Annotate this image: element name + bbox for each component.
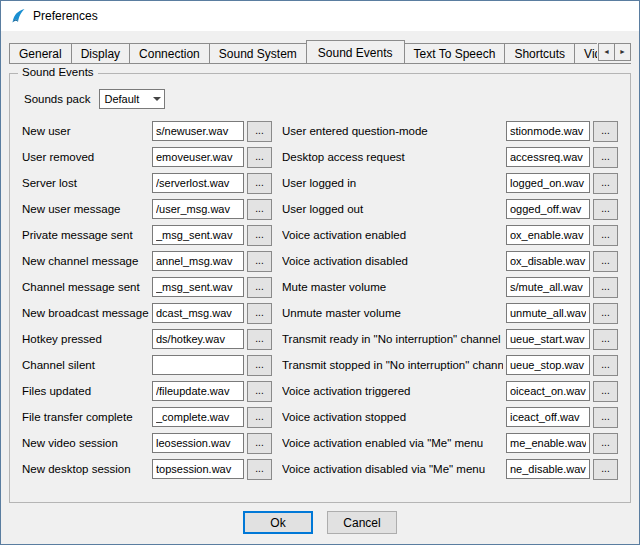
browse-button[interactable]: ... <box>593 277 618 298</box>
browse-button[interactable]: ... <box>247 303 272 324</box>
event-row: Unmute master volume... <box>282 300 618 326</box>
browse-button[interactable]: ... <box>593 225 618 246</box>
sound-file-input[interactable] <box>152 147 244 167</box>
event-label: User logged in <box>282 177 503 189</box>
event-row: File transfer complete... <box>22 404 272 430</box>
sound-file-input[interactable] <box>506 407 590 427</box>
browse-button[interactable]: ... <box>593 381 618 402</box>
sound-file-input[interactable] <box>506 251 590 271</box>
browse-button[interactable]: ... <box>593 147 618 168</box>
sound-file-input[interactable] <box>152 251 244 271</box>
event-row: User logged in... <box>282 170 618 196</box>
sound-file-input[interactable] <box>152 407 244 427</box>
event-row: New broadcast message... <box>22 300 272 326</box>
event-label: Channel message sent <box>22 281 149 293</box>
sound-file-input[interactable] <box>506 121 590 141</box>
sound-file-input[interactable] <box>152 303 244 323</box>
event-label: Transmit ready in "No interruption" chan… <box>282 333 503 345</box>
browse-button[interactable]: ... <box>247 433 272 454</box>
app-icon <box>10 8 26 24</box>
sound-file-input[interactable] <box>506 381 590 401</box>
sound-file-input[interactable] <box>152 433 244 453</box>
sound-file-input[interactable] <box>152 459 244 479</box>
browse-button[interactable]: ... <box>247 277 272 298</box>
tab-connection[interactable]: Connection <box>129 43 210 63</box>
browse-button[interactable]: ... <box>247 121 272 142</box>
browse-button[interactable]: ... <box>247 355 272 376</box>
sound-file-input[interactable] <box>152 199 244 219</box>
event-row: Desktop access request... <box>282 144 618 170</box>
browse-button[interactable]: ... <box>593 303 618 324</box>
browse-button[interactable]: ... <box>593 173 618 194</box>
browse-button[interactable]: ... <box>247 381 272 402</box>
event-row: Mute master volume... <box>282 274 618 300</box>
ok-button[interactable]: Ok <box>243 511 313 534</box>
title-bar[interactable]: Preferences <box>1 1 639 31</box>
sound-file-input[interactable] <box>506 355 590 375</box>
sounds-pack-dropdown[interactable]: Default <box>99 89 165 109</box>
sound-file-input[interactable] <box>506 199 590 219</box>
sound-file-input[interactable] <box>152 225 244 245</box>
tab-display[interactable]: Display <box>71 43 130 63</box>
event-row: Channel silent... <box>22 352 272 378</box>
browse-button[interactable]: ... <box>593 121 618 142</box>
browse-button[interactable]: ... <box>593 459 618 480</box>
dialog-content: General Display Connection Sound System … <box>1 31 639 544</box>
tab-scroll-left-icon[interactable]: ◄ <box>598 43 615 61</box>
sound-events-group: Sound Events Sounds pack Default New use… <box>9 73 631 503</box>
tab-sound-events[interactable]: Sound Events <box>306 40 405 64</box>
event-label: Voice activation disabled <box>282 255 503 267</box>
browse-button[interactable]: ... <box>593 407 618 428</box>
sound-file-input[interactable] <box>506 329 590 349</box>
event-row: Voice activation disabled via "Me" menu.… <box>282 456 618 482</box>
event-label: File transfer complete <box>22 411 149 423</box>
browse-button[interactable]: ... <box>593 199 618 220</box>
tab-shortcuts[interactable]: Shortcuts <box>504 43 575 63</box>
browse-button[interactable]: ... <box>247 407 272 428</box>
events-column-right: User entered question-mode... Desktop ac… <box>282 118 618 482</box>
event-row: New channel message... <box>22 248 272 274</box>
sound-file-input[interactable] <box>506 303 590 323</box>
event-label: New desktop session <box>22 463 149 475</box>
event-row: Server lost... <box>22 170 272 196</box>
browse-button[interactable]: ... <box>593 251 618 272</box>
browse-button[interactable]: ... <box>247 329 272 350</box>
event-row: Transmit stopped in "No interruption" ch… <box>282 352 618 378</box>
sound-file-input[interactable] <box>152 381 244 401</box>
sound-file-input[interactable] <box>152 277 244 297</box>
sound-file-input[interactable] <box>506 225 590 245</box>
cancel-button[interactable]: Cancel <box>327 511 397 534</box>
event-row: Voice activation enabled... <box>282 222 618 248</box>
browse-button[interactable]: ... <box>593 355 618 376</box>
browse-button[interactable]: ... <box>247 147 272 168</box>
event-row: New user... <box>22 118 272 144</box>
sound-file-input[interactable] <box>152 329 244 349</box>
event-row: Voice activation stopped... <box>282 404 618 430</box>
browse-button[interactable]: ... <box>247 199 272 220</box>
sound-file-input[interactable] <box>506 277 590 297</box>
event-label: New user <box>22 125 149 137</box>
sound-file-input[interactable] <box>152 173 244 193</box>
event-label: New user message <box>22 203 149 215</box>
tab-scroll-right-icon[interactable]: ► <box>614 43 631 61</box>
browse-button[interactable]: ... <box>593 433 618 454</box>
event-label: User removed <box>22 151 149 163</box>
sound-file-input[interactable] <box>506 433 590 453</box>
tab-sound-system[interactable]: Sound System <box>209 43 307 63</box>
tab-general[interactable]: General <box>9 43 72 63</box>
sound-file-input[interactable] <box>152 121 244 141</box>
event-label: User logged out <box>282 203 503 215</box>
events-column-left: New user... User removed... Server lost.… <box>22 118 272 482</box>
browse-button[interactable]: ... <box>247 459 272 480</box>
browse-button[interactable]: ... <box>247 173 272 194</box>
tab-text-to-speech[interactable]: Text To Speech <box>404 43 506 63</box>
browse-button[interactable]: ... <box>247 251 272 272</box>
sound-file-input[interactable] <box>506 147 590 167</box>
sound-file-input[interactable] <box>506 173 590 193</box>
event-label: Private message sent <box>22 229 149 241</box>
browse-button[interactable]: ... <box>593 329 618 350</box>
event-label: Desktop access request <box>282 151 503 163</box>
sound-file-input[interactable] <box>152 355 244 375</box>
sound-file-input[interactable] <box>506 459 590 479</box>
browse-button[interactable]: ... <box>247 225 272 246</box>
